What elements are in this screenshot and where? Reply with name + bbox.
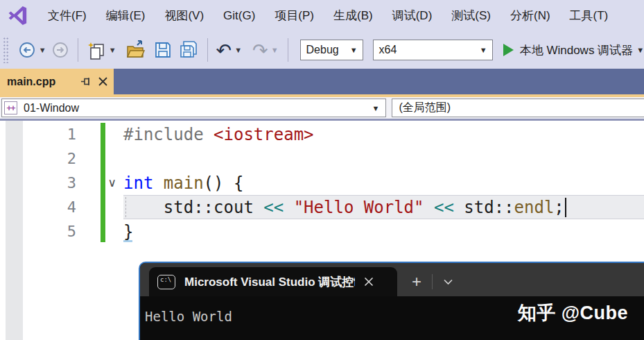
save-all-button[interactable] (176, 36, 201, 64)
close-tab-icon[interactable] (98, 76, 108, 87)
terminal-tab[interactable]: c:\ Microsoft Visual Studio 调试控制台 (149, 267, 397, 296)
terminal-titlebar[interactable]: c:\ Microsoft Visual Studio 调试控制台 + (140, 263, 644, 296)
code-token: std::cout (123, 198, 263, 217)
undo-history-caret-icon[interactable]: ▼ (234, 46, 242, 54)
line-number: 2 (0, 150, 76, 167)
save-all-icon (178, 40, 199, 60)
code-token (284, 198, 293, 217)
new-project-button[interactable] (85, 36, 108, 64)
code-token: << (263, 198, 284, 217)
code-line: 1#include <iostream> (0, 122, 644, 146)
code-line-text[interactable]: } (123, 219, 644, 244)
save-button[interactable] (151, 36, 175, 64)
terminal-icon: c:\ (157, 275, 175, 289)
project-dropdown[interactable]: ++ 01-Window ▼ (1, 99, 386, 117)
play-icon (501, 42, 515, 58)
code-token: << (434, 198, 454, 217)
toolbar-separator (207, 38, 208, 62)
terminal-tab-title: Microsoft Visual Studio 调试控制台 (184, 274, 355, 290)
menu-item-0[interactable]: 文件(F) (38, 0, 96, 31)
menu-bar: 文件(F)编辑(E)视图(V)Git(G)项目(P)生成(B)调试(D)测试(S… (0, 0, 644, 31)
code-line: 4 std::cout << "Hello World" << std::end… (0, 195, 644, 219)
solution-platform-value: x64 (374, 44, 475, 56)
chevron-down-icon: ▼ (636, 46, 644, 54)
undo-button[interactable]: ↶ (214, 36, 234, 64)
navigate-back-icon (18, 41, 36, 59)
document-tab-strip: main.cpp (0, 69, 644, 97)
chevron-down-icon (443, 278, 453, 285)
scope-dropdown[interactable]: (全局范围) (392, 99, 644, 117)
watermark: 知乎 @Cube (518, 300, 628, 325)
code-token: "Hello World" (294, 198, 424, 217)
menu-items: 文件(F)编辑(E)视图(V)Git(G)项目(P)生成(B)调试(D)测试(S… (38, 0, 618, 31)
line-number: 1 (0, 126, 76, 143)
menu-item-1[interactable]: 编辑(E) (96, 0, 155, 31)
navigate-forward-button[interactable] (49, 36, 71, 64)
code-token: } (123, 222, 133, 241)
menu-item-4[interactable]: 项目(P) (265, 0, 324, 31)
new-project-icon (87, 40, 106, 60)
toolbar-separator (288, 38, 288, 62)
terminal-output-text: Hello World (145, 309, 232, 324)
code-line-text[interactable] (123, 146, 644, 171)
line-number: 4 (0, 198, 76, 216)
code-lines: 1#include <iostream>23∨int main() {4 std… (0, 122, 644, 244)
chevron-down-icon: ▼ (345, 46, 363, 54)
outline-end-marker (123, 240, 132, 242)
code-token: std:: (454, 198, 514, 217)
redo-icon: ↷ (252, 41, 268, 60)
code-line: 2 (0, 146, 644, 171)
new-terminal-tab-button[interactable]: + (401, 267, 432, 296)
navigate-back-button[interactable] (16, 36, 38, 64)
code-line-text[interactable]: std::cout << "Hello World" << std::endl; (123, 195, 644, 219)
line-number: 5 (0, 223, 76, 240)
chevron-down-icon: ▼ (475, 46, 492, 54)
menu-item-7[interactable]: 测试(S) (442, 0, 501, 31)
code-token: () { (204, 173, 244, 193)
toolbar-grip-handle[interactable] (3, 37, 9, 63)
code-line-text[interactable]: int main() { (123, 171, 644, 195)
menu-item-2[interactable]: 视图(V) (155, 0, 214, 31)
code-line: 5} (0, 219, 644, 244)
solution-configuration-dropdown[interactable]: Debug ▼ (300, 40, 363, 60)
back-history-caret-icon[interactable]: ▼ (39, 46, 46, 54)
project-dropdown-value: 01-Window (21, 102, 79, 114)
navigation-bar: ++ 01-Window ▼ (全局范围) (0, 97, 644, 121)
save-icon (153, 40, 173, 60)
text-cursor (565, 198, 566, 217)
code-token: int (123, 173, 153, 193)
toolbar: ▼ ▼ (0, 31, 644, 69)
undo-icon: ↶ (216, 41, 232, 60)
menu-item-5[interactable]: 生成(B) (324, 0, 383, 31)
code-token (424, 198, 434, 217)
terminal-tab-dropdown-button[interactable] (433, 267, 463, 296)
visual-studio-window: 文件(F)编辑(E)视图(V)Git(G)项目(P)生成(B)调试(D)测试(S… (0, 0, 644, 340)
redo-history-caret-icon[interactable]: ▼ (271, 46, 279, 54)
open-folder-icon (125, 40, 146, 60)
code-line: 3∨int main() { (0, 171, 644, 195)
redo-button[interactable]: ↷ (250, 36, 270, 64)
scope-dropdown-value: (全局范围) (392, 101, 451, 115)
navigate-forward-icon (51, 41, 69, 59)
code-token: <iostream> (214, 125, 314, 144)
open-file-button[interactable] (123, 36, 148, 64)
visual-studio-logo-icon (7, 5, 28, 26)
tab-main-cpp[interactable]: main.cpp (0, 69, 114, 94)
toolbar-separator (78, 38, 78, 62)
menu-item-6[interactable]: 调试(D) (383, 0, 442, 31)
solution-platform-dropdown[interactable]: x64 ▼ (373, 40, 493, 60)
start-debugging-button[interactable]: 本地 Windows 调试器 ▼ (501, 42, 644, 58)
chevron-down-icon: ▼ (372, 104, 380, 112)
code-token: main (164, 173, 204, 193)
menu-item-9[interactable]: 工具(T) (560, 0, 618, 31)
line-number: 3 (0, 174, 76, 192)
menu-item-3[interactable]: Git(G) (214, 0, 265, 31)
code-token: #include (123, 125, 214, 144)
new-project-caret-icon[interactable]: ▼ (109, 46, 116, 54)
pin-icon[interactable] (80, 76, 92, 87)
code-line-text[interactable]: #include <iostream> (123, 122, 644, 146)
code-token (153, 173, 163, 193)
menu-item-8[interactable]: 分析(N) (501, 0, 560, 31)
collapse-chevron-icon[interactable]: ∨ (76, 176, 123, 190)
terminal-tab-close-button[interactable] (363, 276, 374, 287)
